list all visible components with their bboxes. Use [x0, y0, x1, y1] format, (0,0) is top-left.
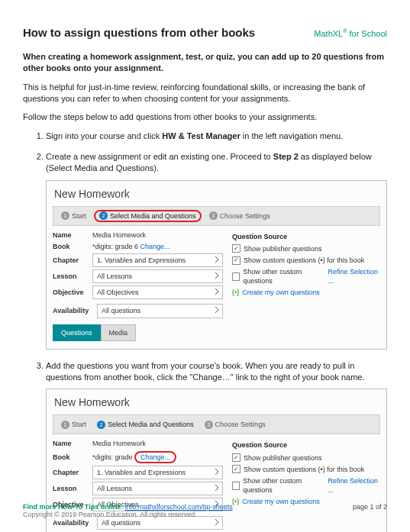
step-num-1-icon: 1 [61, 211, 69, 220]
form-right: Question Source Show publisher questions… [232, 231, 380, 341]
change-link[interactable]: Change... [140, 243, 170, 250]
checkbox-other-custom-2[interactable] [232, 482, 240, 490]
wizard-step-start-2[interactable]: 1 Start [58, 418, 89, 430]
question-source-heading: Question Source [232, 232, 380, 241]
label-availability: Availability [53, 306, 97, 315]
step-1: Sign into your course and click HW & Tes… [46, 131, 387, 142]
chk-label-publisher-2: Show publisher questions [244, 453, 322, 463]
chapter-select-2[interactable]: 1. Variables and Expressions [92, 466, 223, 479]
refine-selection-link-2[interactable]: Refine Selection ... [328, 476, 380, 495]
label-book: Book [53, 242, 92, 251]
label-chapter-2: Chapter [53, 468, 92, 477]
change-link-circled[interactable]: Change... [134, 451, 176, 463]
brand-suffix: for School [347, 29, 387, 38]
footer-copyright: Copyright © 2019 Pearson Education. All … [23, 511, 387, 518]
page-title: How to assign questions from other books [23, 26, 255, 39]
value-name: Media Homework [92, 231, 223, 240]
panel-title: New Homework [53, 185, 380, 206]
lesson-select[interactable]: All Lessons [92, 269, 223, 283]
label-name-2: Name [53, 439, 92, 448]
step-num-3-icon-2: 3 [205, 421, 213, 429]
step-num-3-icon: 3 [209, 211, 218, 220]
checkbox-publisher[interactable] [232, 244, 241, 253]
wizard-step3-label-2: Choose Settings [215, 420, 266, 429]
availability-select[interactable]: All questions [97, 304, 223, 318]
chk-label-publisher: Show publisher questions [244, 244, 322, 253]
step-num-2-icon-2: 2 [97, 421, 105, 429]
wizard-step-settings[interactable]: 3 Choose Settings [206, 210, 273, 222]
step-num-1-icon-2: 1 [61, 421, 69, 429]
chapter-select[interactable]: 1. Variables and Expressions [92, 253, 223, 267]
step3-text: Add the questions you want from your cou… [46, 361, 364, 382]
step1-text-c: in the left navigation menu. [241, 131, 344, 140]
value-book: *digits: grade 6 Change... [92, 242, 223, 251]
refine-selection-link[interactable]: Refine Selection ... [328, 267, 380, 285]
step-2: Create a new assignment or edit an exist… [46, 151, 387, 350]
wizard-step2-label-2: Select Media and Questions [108, 420, 194, 429]
chk-label-other: Show other custom questions [243, 267, 324, 285]
chk-label-other-2: Show other custom questions [243, 476, 324, 495]
footer-page-num: page 1 of 2 [353, 503, 387, 511]
panel-title-2: New Homework [53, 394, 380, 414]
page-root: How to assign questions from other books… [0, 0, 410, 532]
label-lesson-2: Lesson [53, 484, 92, 493]
brand-logo: MathXL® for School [314, 28, 387, 38]
brand-prefix: MathXL [314, 29, 343, 38]
wizard-step1-label: Start [72, 211, 86, 221]
form-area: Name Media Homework Book *digits: grade … [53, 231, 380, 341]
header-row: How to assign questions from other books… [23, 26, 387, 39]
wizard-step2-label: Select Media and Questions [110, 211, 196, 221]
intro-bold: When creating a homework assignment, tes… [23, 51, 387, 74]
wizard-step-select-2[interactable]: 2 Select Media and Questions [94, 418, 197, 430]
steps-list: Sign into your course and click HW & Tes… [23, 131, 387, 532]
label-lesson: Lesson [53, 272, 92, 281]
footer-link[interactable]: info.mathxlforschool.com/tip-sheets [125, 503, 233, 511]
wizard-step-start[interactable]: 1 Start [58, 210, 89, 222]
label-availability-2: Availability [53, 518, 97, 527]
step2-bold: Step 2 [273, 152, 299, 161]
label-name: Name [53, 231, 92, 240]
tab-media[interactable]: Media [101, 324, 137, 341]
chk-label-custom: Show custom questions (•) for this book [244, 256, 364, 265]
label-objective: Objective [53, 288, 92, 297]
checkbox-custom-this-book[interactable] [232, 256, 241, 265]
plus-icon: (•) [232, 288, 239, 297]
value-name-2: Media Homework [92, 439, 223, 448]
checkbox-publisher-2[interactable] [232, 453, 241, 462]
footer-lead: Find more How-To Tips online: [23, 503, 125, 511]
wizard-step-settings-2[interactable]: 3 Choose Settings [202, 418, 269, 430]
tabs: Questions Media [53, 324, 223, 341]
intro-p3: Follow the steps below to add questions … [23, 111, 387, 123]
wizard-step3-label: Choose Settings [220, 211, 270, 221]
value-book-2: *digits: grade Change... [92, 451, 223, 463]
book-text: *digits: grade 6 [92, 243, 140, 250]
create-own-link[interactable]: Create my own questions [242, 288, 320, 297]
checkbox-custom-this-book-2[interactable] [232, 465, 241, 473]
label-book-2: Book [53, 453, 92, 462]
book-text-2: *digits: grade [92, 453, 134, 461]
chk-label-custom-2: Show custom questions (•) for this book [244, 465, 364, 474]
footer-left: Find more How-To Tips online: info.mathx… [23, 503, 233, 511]
wizard-step1-label-2: Start [72, 420, 86, 429]
form-left: Name Media Homework Book *digits: grade … [53, 231, 223, 341]
step1-bold: HW & Test Manager [162, 131, 240, 140]
tab-questions[interactable]: Questions [53, 324, 101, 341]
wizard-step-select-circled[interactable]: 2 Select Media and Questions [94, 210, 202, 222]
step-num-2-icon: 2 [99, 211, 108, 220]
intro-p2: This is helpful for just-in-time review,… [23, 82, 387, 105]
question-source-heading-2: Question Source [232, 440, 380, 450]
objective-select[interactable]: All Objectives [92, 285, 223, 299]
step1-text-a: Sign into your course and click [46, 131, 162, 140]
panel-step2: New Homework 1 Start 2 Select Media and … [46, 180, 387, 350]
wizard-bar: 1 Start 2 Select Media and Questions 3 C… [53, 206, 380, 226]
label-chapter: Chapter [53, 256, 92, 265]
lesson-select-2[interactable]: All Lessons [92, 482, 223, 495]
page-footer: Find more How-To Tips online: info.mathx… [23, 503, 387, 518]
checkbox-other-custom[interactable] [232, 272, 240, 281]
wizard-bar-2: 1 Start 2 Select Media and Questions 3 C… [53, 414, 380, 434]
step2-text-a: Create a new assignment or edit an exist… [46, 152, 273, 161]
